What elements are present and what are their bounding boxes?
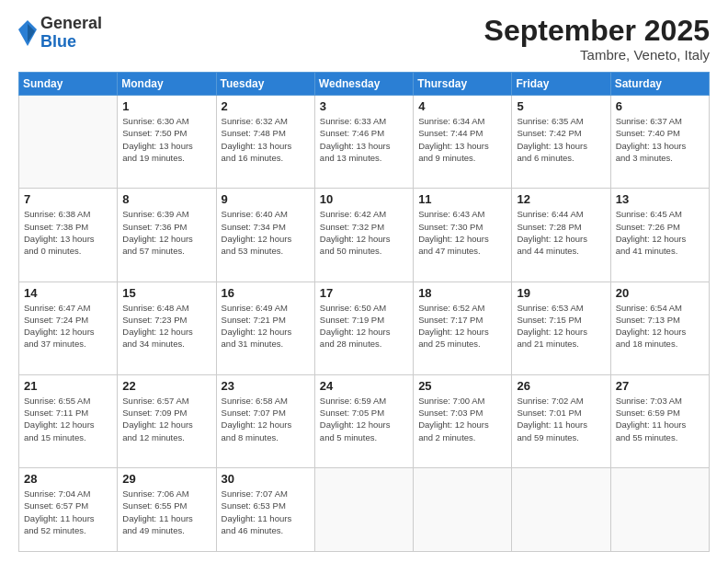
- day-number: 8: [122, 192, 210, 206]
- day-number: 30: [222, 472, 310, 486]
- day-info: Sunrise: 6:39 AMSunset: 7:36 PMDaylight:…: [122, 208, 210, 257]
- day-info: Sunrise: 7:03 AMSunset: 6:59 PMDaylight:…: [616, 395, 704, 443]
- col-sunday: Sunday: [19, 73, 118, 96]
- day-info: Sunrise: 6:43 AMSunset: 7:30 PMDaylight:…: [418, 208, 506, 257]
- day-info: Sunrise: 6:44 AMSunset: 7:28 PMDaylight:…: [517, 208, 605, 257]
- table-row: 28Sunrise: 7:04 AMSunset: 6:57 PMDayligh…: [19, 467, 118, 551]
- day-number: 26: [517, 379, 605, 393]
- day-info: Sunrise: 6:35 AMSunset: 7:42 PMDaylight:…: [517, 115, 605, 164]
- day-info: Sunrise: 6:30 AMSunset: 7:50 PMDaylight:…: [122, 115, 210, 164]
- table-row: 3Sunrise: 6:33 AMSunset: 7:46 PMDaylight…: [314, 96, 413, 189]
- day-info: Sunrise: 6:47 AMSunset: 7:24 PMDaylight:…: [24, 302, 112, 350]
- day-info: Sunrise: 6:57 AMSunset: 7:09 PMDaylight:…: [122, 395, 210, 443]
- col-friday: Friday: [512, 73, 610, 96]
- table-row: 18Sunrise: 6:52 AMSunset: 7:17 PMDayligh…: [414, 282, 512, 374]
- day-info: Sunrise: 6:32 AMSunset: 7:48 PMDaylight:…: [222, 115, 310, 164]
- day-number: 23: [222, 379, 310, 393]
- col-tuesday: Tuesday: [216, 73, 314, 96]
- day-info: Sunrise: 6:33 AMSunset: 7:46 PMDaylight:…: [320, 115, 408, 164]
- day-number: 20: [616, 286, 704, 300]
- table-row: 4Sunrise: 6:34 AMSunset: 7:44 PMDaylight…: [414, 96, 512, 189]
- day-number: 12: [517, 192, 605, 206]
- day-info: Sunrise: 6:55 AMSunset: 7:11 PMDaylight:…: [24, 395, 112, 443]
- day-number: 6: [616, 99, 704, 113]
- day-number: 16: [222, 286, 310, 300]
- day-number: 19: [517, 286, 605, 300]
- day-info: Sunrise: 7:02 AMSunset: 7:01 PMDaylight:…: [517, 395, 605, 443]
- col-saturday: Saturday: [610, 73, 709, 96]
- logo: General Blue: [18, 15, 102, 52]
- day-number: 17: [320, 286, 408, 300]
- day-info: Sunrise: 6:38 AMSunset: 7:38 PMDaylight:…: [24, 208, 112, 257]
- day-number: 14: [24, 286, 112, 300]
- day-info: Sunrise: 6:50 AMSunset: 7:19 PMDaylight:…: [320, 302, 408, 350]
- day-info: Sunrise: 6:59 AMSunset: 7:05 PMDaylight:…: [320, 395, 408, 443]
- day-number: 13: [616, 192, 704, 206]
- table-row: 21Sunrise: 6:55 AMSunset: 7:11 PMDayligh…: [19, 374, 118, 467]
- day-info: Sunrise: 6:37 AMSunset: 7:40 PMDaylight:…: [616, 115, 704, 164]
- day-number: 5: [517, 99, 605, 113]
- day-number: 25: [418, 379, 506, 393]
- day-info: Sunrise: 6:42 AMSunset: 7:32 PMDaylight:…: [320, 208, 408, 257]
- header: General Blue September 2025 Tambre, Vene…: [18, 15, 710, 63]
- table-row: [314, 467, 413, 551]
- table-row: [19, 96, 118, 189]
- table-row: 10Sunrise: 6:42 AMSunset: 7:32 PMDayligh…: [314, 189, 413, 282]
- title-block: September 2025 Tambre, Veneto, Italy: [484, 15, 710, 63]
- day-number: 29: [122, 472, 210, 486]
- table-row: 2Sunrise: 6:32 AMSunset: 7:48 PMDaylight…: [216, 96, 314, 189]
- table-row: 9Sunrise: 6:40 AMSunset: 7:34 PMDaylight…: [216, 189, 314, 282]
- day-info: Sunrise: 7:04 AMSunset: 6:57 PMDaylight:…: [24, 488, 112, 536]
- col-thursday: Thursday: [414, 73, 512, 96]
- table-row: 22Sunrise: 6:57 AMSunset: 7:09 PMDayligh…: [118, 374, 216, 467]
- day-number: 18: [418, 286, 506, 300]
- table-row: 16Sunrise: 6:49 AMSunset: 7:21 PMDayligh…: [216, 282, 314, 374]
- page: General Blue September 2025 Tambre, Vene…: [0, 0, 728, 563]
- day-number: 4: [418, 99, 506, 113]
- table-row: 27Sunrise: 7:03 AMSunset: 6:59 PMDayligh…: [610, 374, 709, 467]
- col-wednesday: Wednesday: [314, 73, 413, 96]
- day-number: 27: [616, 379, 704, 393]
- day-info: Sunrise: 6:53 AMSunset: 7:15 PMDaylight:…: [517, 302, 605, 350]
- day-number: 22: [122, 379, 210, 393]
- table-row: 29Sunrise: 7:06 AMSunset: 6:55 PMDayligh…: [118, 467, 216, 551]
- day-info: Sunrise: 6:54 AMSunset: 7:13 PMDaylight:…: [616, 302, 704, 350]
- col-monday: Monday: [118, 73, 216, 96]
- day-number: 21: [24, 379, 112, 393]
- logo-blue-text: Blue: [40, 32, 76, 51]
- logo-general-text: General: [40, 14, 102, 32]
- day-info: Sunrise: 6:52 AMSunset: 7:17 PMDaylight:…: [418, 302, 506, 350]
- day-info: Sunrise: 7:06 AMSunset: 6:55 PMDaylight:…: [122, 488, 210, 536]
- day-number: 2: [222, 99, 310, 113]
- logo-icon: [18, 20, 37, 46]
- day-info: Sunrise: 7:07 AMSunset: 6:53 PMDaylight:…: [222, 488, 310, 536]
- day-info: Sunrise: 7:00 AMSunset: 7:03 PMDaylight:…: [418, 395, 506, 443]
- table-row: 13Sunrise: 6:45 AMSunset: 7:26 PMDayligh…: [610, 189, 709, 282]
- month-title: September 2025: [484, 15, 710, 47]
- table-row: 8Sunrise: 6:39 AMSunset: 7:36 PMDaylight…: [118, 189, 216, 282]
- calendar-table: Sunday Monday Tuesday Wednesday Thursday…: [18, 72, 710, 552]
- day-number: 24: [320, 379, 408, 393]
- day-number: 11: [418, 192, 506, 206]
- table-row: 6Sunrise: 6:37 AMSunset: 7:40 PMDaylight…: [610, 96, 709, 189]
- table-row: 20Sunrise: 6:54 AMSunset: 7:13 PMDayligh…: [610, 282, 709, 374]
- table-row: 26Sunrise: 7:02 AMSunset: 7:01 PMDayligh…: [512, 374, 610, 467]
- table-row: 30Sunrise: 7:07 AMSunset: 6:53 PMDayligh…: [216, 467, 314, 551]
- table-row: 11Sunrise: 6:43 AMSunset: 7:30 PMDayligh…: [414, 189, 512, 282]
- day-number: 1: [122, 99, 210, 113]
- day-number: 7: [24, 192, 112, 206]
- table-row: 25Sunrise: 7:00 AMSunset: 7:03 PMDayligh…: [414, 374, 512, 467]
- table-row: 14Sunrise: 6:47 AMSunset: 7:24 PMDayligh…: [19, 282, 118, 374]
- table-row: [610, 467, 709, 551]
- table-row: 23Sunrise: 6:58 AMSunset: 7:07 PMDayligh…: [216, 374, 314, 467]
- table-row: 12Sunrise: 6:44 AMSunset: 7:28 PMDayligh…: [512, 189, 610, 282]
- location-subtitle: Tambre, Veneto, Italy: [484, 47, 710, 63]
- table-row: 15Sunrise: 6:48 AMSunset: 7:23 PMDayligh…: [118, 282, 216, 374]
- day-info: Sunrise: 6:34 AMSunset: 7:44 PMDaylight:…: [418, 115, 506, 164]
- day-number: 9: [222, 192, 310, 206]
- day-number: 15: [122, 286, 210, 300]
- table-row: [512, 467, 610, 551]
- day-info: Sunrise: 6:58 AMSunset: 7:07 PMDaylight:…: [222, 395, 310, 443]
- table-row: 5Sunrise: 6:35 AMSunset: 7:42 PMDaylight…: [512, 96, 610, 189]
- day-number: 10: [320, 192, 408, 206]
